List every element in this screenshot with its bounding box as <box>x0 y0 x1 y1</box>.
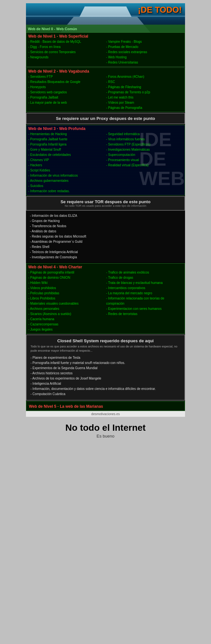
list-item: - Planes de experimentos de Tesla <box>31 355 180 360</box>
list-item: - Reddit - Bases de datos de MySQL <box>28 39 105 44</box>
list-item: - Videos prohibidos <box>28 286 105 291</box>
proxy-text: Se requiere usar un Proxy despues de est… <box>29 116 182 121</box>
tor-bar: Se requiere usar TOR despues de este pun… <box>26 196 185 211</box>
list-item: - Supercomputación <box>106 152 183 158</box>
list-item: - Programas de Torrents o p2p <box>106 90 183 95</box>
list-item: - Script Kiddies <box>28 168 105 173</box>
main-container: X Web de Nivel 0 - Web Común ¡DE TODO! W… <box>26 3 185 417</box>
level5-bar: Web de Nivel 5 - La web de las Marianas <box>26 401 185 411</box>
list-item: - La mayoria del mercado negro <box>106 291 183 296</box>
list-item: - Transferencia de Nodos <box>30 224 181 229</box>
list-item: - Honeypots <box>28 85 105 90</box>
list-item: - Gore y Material Snuff <box>28 147 105 152</box>
list-item: - Archivos de los experimentos de Josef … <box>31 376 180 381</box>
list-item: - Análisis de datos <box>30 229 181 234</box>
list-item: - Servidores web cargados <box>28 90 105 95</box>
level4-content: - Páginas de pornografía infantil- Págin… <box>28 270 183 332</box>
list-item: - Realidad virtual (Específica) <box>106 163 183 168</box>
level0-bar: Web de Nivel 0 - Web Común <box>26 25 185 32</box>
tor-list: - Información de los datos ELIZA- Grupos… <box>26 211 185 263</box>
list-item: - Pornografía Jailbait <box>28 95 105 100</box>
list-item: - Asambleas de Programmer´s Guild <box>30 239 181 244</box>
list-item: - Archivos personales <box>28 306 105 311</box>
level5-label: Web de Nivel 5 - La web de las Marianas <box>29 404 103 409</box>
proxy-bar: Se requiere usar un Proxy despues de est… <box>26 113 185 124</box>
list-item: - Pruebas de Mercado <box>106 44 183 50</box>
list-item: - Cazarrecompensas <box>28 322 105 327</box>
todo-overlay: ¡DE TODO! <box>138 5 182 15</box>
list-item: - Información sobre redadas. <box>28 189 105 194</box>
list-item: - Trata de blancas y esclavitud humana <box>106 280 183 286</box>
list-item: - Servicios de correo Temporales <box>28 50 105 55</box>
list-item: - Archivos gubernamentales <box>28 178 105 183</box>
list-item: - Redes de terroristas <box>106 311 183 317</box>
list-item: - Digg - Foros en línea <box>28 44 105 50</box>
list-item: - Cacería humana <box>28 317 105 322</box>
list-item: - Chismes VIP <box>28 158 105 163</box>
level1-content: - Reddit - Bases de datos de MySQL- Digg… <box>28 39 183 65</box>
level4-header: Web de Nivel 4 - Web Charter <box>28 265 183 269</box>
level1-left: - Reddit - Bases de datos de MySQL- Digg… <box>28 39 105 65</box>
level2-left: - Servidores FTP- Resultados Bloqueados … <box>28 74 105 111</box>
list-item: - Libros Prohibidos <box>28 296 105 301</box>
list-item: - Páginas de pornografía infantil <box>28 270 105 275</box>
list-item: - Escándalos de celebridades <box>28 152 105 158</box>
level0-label: Web de Nivel 0 - Web Común <box>28 27 77 31</box>
list-item: - Intercambios corporativos <box>106 286 183 291</box>
level1-header: Web de Nivel 1 - Web Superficial <box>28 34 183 39</box>
list-item: - Archivos históricos secretos <box>31 371 180 376</box>
list-item: - Redes sociales extranjeras <box>106 50 183 55</box>
list-item: - Hackers <box>28 163 105 168</box>
list-item: - Páginas de Pornografía <box>106 105 183 111</box>
list-item: - Web Hosting <box>106 55 183 60</box>
list-item: - RSC <box>106 79 183 85</box>
list-item: - Redes seguras de los datos Microsoft <box>30 234 181 239</box>
list-item: - Materiales visuales cuestionables <box>28 301 105 306</box>
list-item: - Investigaciones Matemáticas <box>106 147 183 152</box>
list-item: - La mayor parte de la web <box>28 100 105 105</box>
list-item: - Investigaciones de Cosmología <box>30 255 181 260</box>
list-item: - Trafico de drogas <box>106 275 183 280</box>
list-item: - Información de los datos ELIZA <box>30 213 181 218</box>
list-item: - Sicarios (Asesinos a sueldo) <box>28 311 105 317</box>
page-title: No todo el Internet <box>65 423 145 433</box>
list-item: - Información de virus informaticos <box>28 173 105 178</box>
level2-section: Web de Nivel 2 - Web Vagabunda - Servido… <box>26 67 185 112</box>
list-item: - Resultados Bloqueados de Google <box>28 79 105 85</box>
level4-right: - Trafico de animales exóticos- Trafico … <box>106 270 183 332</box>
level4-section: Web de Nivel 4 - Web Charter - Páginas d… <box>26 263 185 334</box>
list-item: - Experimentos de la Segunda Guerra Mund… <box>31 366 180 371</box>
list-item: - Información relacionada con teorías de… <box>106 296 183 306</box>
list-item: - Virus informáticos fuertes <box>106 137 183 142</box>
closed-shell-list: - Planes de experimentos de Tesla- Porno… <box>31 355 180 397</box>
iceberg-header: X Web de Nivel 0 - Web Común ¡DE TODO! <box>26 3 185 32</box>
list-item: - Seguridad informática <box>106 132 183 137</box>
list-item: - Pornografía Jailbait fuerte <box>28 137 105 142</box>
list-item: - Pornografía Infantil ligera <box>28 142 105 147</box>
list-item: - Newgrounds <box>28 55 105 60</box>
list-item: - Vídeos por Steam <box>106 100 183 105</box>
list-item: - Foros Anonimos (4Chan) <box>106 74 183 79</box>
list-item: - Juegos ilegales <box>28 327 105 332</box>
closed-shell-subtitle: Todo lo que se es que para acceder a est… <box>31 345 180 353</box>
watermark: desmotivaciones.es <box>26 411 185 417</box>
level3-header: Web de Nivel 3 - Web Profunda <box>28 126 183 131</box>
level3-left: - Herramientas de Hacking- Pornografía J… <box>28 132 105 194</box>
list-item: - Información, documentación y datos sob… <box>31 386 180 392</box>
list-item: - Películas prohibidas <box>28 291 105 296</box>
level3-content: - Herramientas de Hacking- Pornografía J… <box>28 132 183 194</box>
level1-section: Web de Nivel 1 - Web Superficial - Reddi… <box>26 32 185 67</box>
tor-subtitle: No solo TOR es usado para acceder a este… <box>29 204 182 207</box>
list-item: - Experimentacion con seres humanos <box>106 306 183 311</box>
level2-content: - Servidores FTP- Resultados Bloqueados … <box>28 74 183 111</box>
list-item: - Herramientas de Hacking <box>28 132 105 137</box>
list-item: - Let me watch this <box>106 95 183 100</box>
page-subtitle: Es bueno <box>97 434 115 439</box>
level2-header: Web de Nivel 2 - Web Vagabunda <box>28 69 183 74</box>
level3-right: - Seguridad informática- Virus informáti… <box>106 132 183 194</box>
level3-section: Web de Nivel 3 - Web Profunda - Herramie… <box>26 125 185 195</box>
list-item: - Procesamiento visual <box>106 158 183 163</box>
list-item: - Inteligencia Artificial <box>31 381 180 386</box>
list-item: - Computación Cuántica <box>31 392 180 397</box>
list-item: - Servidores FTP <box>28 74 105 79</box>
